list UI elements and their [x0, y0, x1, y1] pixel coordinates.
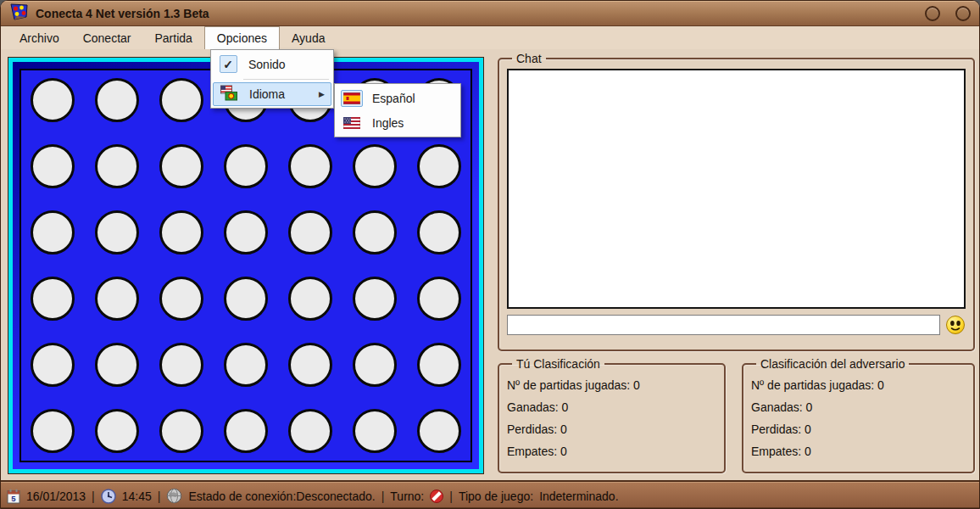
- board-cell[interactable]: [159, 144, 203, 188]
- board-cell[interactable]: [224, 343, 268, 387]
- your-wins: Ganadas: 0: [507, 396, 716, 418]
- menu-separator: [243, 79, 329, 80]
- board-cell[interactable]: [417, 277, 461, 321]
- chat-input[interactable]: [507, 315, 940, 335]
- opponent-draws: Empates: 0: [751, 440, 966, 462]
- menu-opciones[interactable]: Opciones: [204, 26, 280, 49]
- submenu-arrow-icon: ▶: [319, 90, 326, 98]
- checkmark-icon: ✓: [220, 55, 237, 73]
- menu-conectar[interactable]: Conectar: [71, 26, 143, 49]
- no-entry-icon: [430, 489, 443, 503]
- board-cell[interactable]: [159, 210, 203, 255]
- clock-icon: [101, 489, 116, 504]
- status-separator: |: [449, 489, 453, 503]
- connect4-board-icon: [9, 3, 29, 25]
- board-cell[interactable]: [159, 78, 203, 122]
- board-cell[interactable]: [288, 343, 332, 387]
- board-cell[interactable]: [353, 409, 397, 453]
- your-games-played: Nº de partidas jugadas: 0: [507, 374, 716, 396]
- close-circle-icon[interactable]: [955, 6, 971, 21]
- board-cell[interactable]: [31, 210, 75, 255]
- status-separator: |: [381, 489, 385, 503]
- board-cell[interactable]: [31, 144, 75, 188]
- status-date: 16/01/2013: [26, 489, 86, 503]
- menuitem-ingles-label: Ingles: [372, 116, 454, 130]
- minimize-circle-icon[interactable]: [925, 6, 940, 21]
- your-stats-legend: Tú Clasificación: [512, 357, 604, 371]
- menu-archivo[interactable]: Archivo: [8, 26, 71, 49]
- board-cell[interactable]: [353, 343, 397, 387]
- chat-legend: Chat: [512, 52, 546, 65]
- idioma-submenu-popup: Español Ingles: [334, 83, 461, 137]
- menuitem-espanol[interactable]: Español: [337, 86, 459, 110]
- board-cell[interactable]: [95, 78, 139, 122]
- status-turn-label: Turno:: [390, 489, 424, 503]
- menuitem-ingles[interactable]: Ingles: [337, 110, 459, 135]
- your-losses: Perdidas: 0: [507, 418, 716, 440]
- opponent-losses: Perdidas: 0: [751, 418, 966, 440]
- board-cell[interactable]: [31, 343, 75, 387]
- board-cell[interactable]: [95, 210, 139, 255]
- board-cell[interactable]: [224, 210, 268, 255]
- board-cell[interactable]: [159, 409, 203, 453]
- titlebar: Conecta 4 Net versión 1.3 Beta: [1, 1, 979, 26]
- board-cell[interactable]: [95, 144, 139, 188]
- opponent-stats-groupbox: Clasificación del adversario Nº de parti…: [742, 357, 975, 473]
- globe-icon: [166, 488, 182, 504]
- window-title: Conecta 4 Net versión 1.3 Beta: [36, 7, 910, 20]
- status-separator: |: [92, 489, 95, 503]
- svg-text:5: 5: [11, 493, 16, 502]
- board-cell[interactable]: [159, 277, 203, 321]
- menubar: Archivo Conectar Partida Opciones Ayuda: [1, 26, 979, 49]
- opponent-stats-legend: Clasificación del adversario: [756, 357, 909, 371]
- chat-input-row: [507, 315, 966, 335]
- menuitem-sonido[interactable]: ✓ Sonido: [213, 52, 331, 76]
- board-cell[interactable]: [288, 210, 332, 255]
- board-cell[interactable]: [417, 210, 461, 255]
- board-cell[interactable]: [95, 277, 139, 321]
- board-cell[interactable]: [353, 144, 397, 188]
- board-cell[interactable]: [417, 409, 461, 453]
- board-cell[interactable]: [417, 343, 461, 387]
- board-cell[interactable]: [31, 409, 75, 453]
- languages-icon: [220, 85, 238, 103]
- smiley-icon[interactable]: [945, 315, 966, 335]
- board-cell[interactable]: [31, 277, 75, 321]
- opponent-wins: Ganadas: 0: [751, 396, 966, 418]
- spain-flag-icon: [341, 90, 363, 107]
- status-game-type-value: Indeterminado.: [539, 489, 618, 503]
- board-cell[interactable]: [31, 78, 75, 122]
- opponent-games-played: Nº de partidas jugadas: 0: [751, 374, 966, 396]
- menu-ayuda[interactable]: Ayuda: [280, 26, 337, 49]
- chat-messages[interactable]: [507, 69, 966, 309]
- menuitem-sonido-label: Sonido: [248, 58, 327, 71]
- board-cell[interactable]: [288, 277, 332, 321]
- board-cell[interactable]: [288, 409, 332, 453]
- app-window: Conecta 4 Net versión 1.3 Beta Archivo C…: [0, 0, 980, 509]
- us-flag-icon: [343, 117, 360, 129]
- calendar-icon: 5: [7, 489, 20, 504]
- status-connection: Estado de conexión:Desconectado.: [188, 489, 375, 503]
- board-cell[interactable]: [288, 144, 332, 188]
- board-cell[interactable]: [224, 409, 268, 453]
- chat-groupbox: Chat: [498, 52, 975, 351]
- board-cell[interactable]: [353, 210, 397, 255]
- menuitem-idioma[interactable]: Idioma ▶: [213, 82, 331, 106]
- board-cell[interactable]: [224, 144, 268, 188]
- menuitem-idioma-label: Idioma: [249, 87, 309, 101]
- status-game-type-label: Tipo de juego:: [459, 489, 533, 503]
- board-cell[interactable]: [95, 343, 139, 387]
- statusbar: 5 16/01/2013 | 14:45 | Estado de conexió…: [1, 480, 979, 509]
- status-time: 14:45: [122, 489, 152, 503]
- opciones-menu-popup: ✓ Sonido Idioma ▶: [210, 49, 334, 109]
- board-cell[interactable]: [417, 144, 461, 188]
- menu-partida[interactable]: Partida: [143, 26, 204, 49]
- board-cell[interactable]: [224, 277, 268, 321]
- board-cell[interactable]: [95, 409, 139, 453]
- your-draws: Empates: 0: [507, 440, 716, 462]
- board-cell[interactable]: [159, 343, 203, 387]
- your-stats-groupbox: Tú Clasificación Nº de partidas jugadas:…: [498, 357, 726, 473]
- status-separator: |: [158, 489, 161, 503]
- board-cell[interactable]: [353, 277, 397, 321]
- menuitem-espanol-label: Español: [372, 92, 454, 105]
